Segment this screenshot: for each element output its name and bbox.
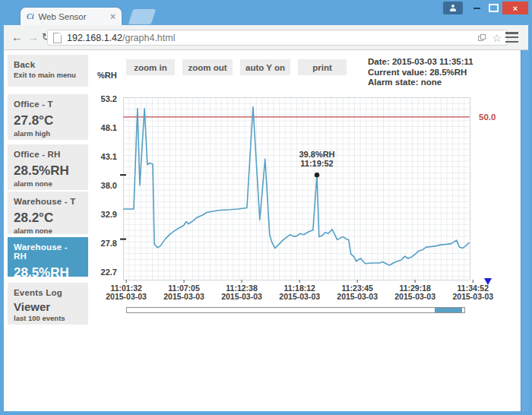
sidebar-item-warehouse-rh[interactable]: Warehouse - RH 28.5%RH alarm none [8, 237, 88, 277]
page-icon [53, 33, 62, 43]
status-date: Date: 2015-03-03 11:35:11 [368, 57, 524, 68]
maximize-icon [489, 4, 499, 12]
back-sublabel: Exit to main menu [14, 71, 82, 79]
page-scrollbar[interactable] [521, 50, 529, 411]
sensor-alarm: alarm none [14, 179, 82, 188]
minimize-button[interactable] [469, 2, 484, 14]
annotation-time: 11:19:52 [300, 159, 333, 168]
y-tick-label: 22.7 [101, 268, 117, 277]
star-icon[interactable]: ☆ [492, 33, 502, 43]
alarm-line-label: 50.0 [479, 112, 496, 122]
address-bar[interactable]: 192.168.1.42 /graph4.html ☆ [47, 30, 508, 46]
browser-tab[interactable]: Ci Web Sensor × [21, 8, 122, 25]
sensor-alarm: alarm high [14, 129, 82, 138]
minimize-icon [473, 8, 480, 9]
events-sublabel: last 100 events [14, 314, 82, 322]
url-path: /graph4.html [122, 33, 175, 43]
data-point-marker[interactable] [315, 173, 319, 177]
chart-scrollbar-track[interactable] [126, 307, 465, 313]
sensor-value: 27.8°C [14, 113, 82, 128]
back-icon[interactable]: ← [11, 30, 23, 44]
sensor-alarm: alarm none [14, 227, 82, 235]
y-tick-label: 38.0 [101, 181, 117, 190]
site-favicon-icon: Ci [27, 12, 33, 21]
window-titlebar: Ci Web Sensor × × [0, 0, 532, 25]
sidebar-item-back[interactable]: Back Exit to main menu [8, 55, 88, 87]
page-content: Back Exit to main menu Office - T 27.8°C… [4, 50, 528, 411]
events-value: Viewer [14, 300, 82, 313]
chart-scrollbar-thumb[interactable] [435, 308, 462, 312]
x-tick-date: 2015-03-03 [106, 292, 147, 301]
sensor-title: Warehouse - T [14, 197, 82, 206]
sensor-title: Warehouse - RH [14, 242, 82, 261]
x-tick-date: 2015-03-03 [279, 292, 320, 301]
url-host: 192.168.1.42 [67, 33, 122, 43]
sidebar-item-warehouse-t[interactable]: Warehouse - T 28.2°C alarm none [8, 192, 88, 234]
browser-toolbar: ← → ↻ 192.168.1.42 /graph4.html ☆ [4, 25, 528, 50]
events-title: Events Log [14, 288, 82, 297]
bookmarks-icon[interactable] [478, 34, 485, 41]
sensor-title: Office - RH [14, 150, 82, 159]
x-tick-date: 2015-03-03 [221, 292, 262, 301]
back-label: Back [14, 60, 82, 69]
sidebar-item-office-rh[interactable]: Office - RH 28.5%RH alarm none [8, 144, 88, 190]
y-tick-label: 27.8 [101, 239, 117, 248]
tab-title: Web Sensor [38, 12, 86, 21]
y-tick-label: 53.2 [101, 94, 117, 103]
window-controls: × [443, 2, 528, 14]
y-tick-label: 32.9 [101, 210, 117, 219]
x-tick-date: 2015-03-03 [452, 292, 493, 301]
sidebar-item-office-t[interactable]: Office - T 27.8°C alarm high [8, 94, 88, 140]
forward-icon[interactable]: → [27, 30, 39, 44]
sensor-value: 28.5%RH [14, 265, 82, 280]
menu-icon[interactable] [505, 32, 518, 43]
x-tick-date: 2015-03-03 [394, 292, 435, 301]
x-tick-date: 2015-03-03 [163, 292, 204, 301]
sensor-value: 28.5%RH [14, 163, 82, 179]
desktop: Ci Web Sensor × × ← → ↻ 192.168.1.42 /gr… [0, 0, 532, 415]
sidebar-item-events-log[interactable]: Events Log Viewer last 100 events [8, 283, 88, 325]
sensor-title: Office - T [14, 100, 82, 109]
annotation-value: 39.8%RH [299, 150, 334, 159]
maximize-button[interactable] [486, 2, 501, 14]
person-icon [449, 5, 457, 11]
profile-button[interactable] [443, 2, 463, 14]
new-tab-button[interactable] [128, 9, 156, 24]
chart-area[interactable]: 53.248.143.138.032.927.822.711:01:322015… [91, 68, 521, 309]
close-button[interactable]: × [502, 2, 528, 14]
y-tick-label: 43.1 [101, 152, 117, 161]
sensor-value: 28.2°C [14, 211, 82, 226]
x-tick-date: 2015-03-03 [337, 292, 378, 301]
tab-close-icon[interactable]: × [110, 12, 116, 21]
y-tick-label: 48.1 [101, 123, 117, 132]
